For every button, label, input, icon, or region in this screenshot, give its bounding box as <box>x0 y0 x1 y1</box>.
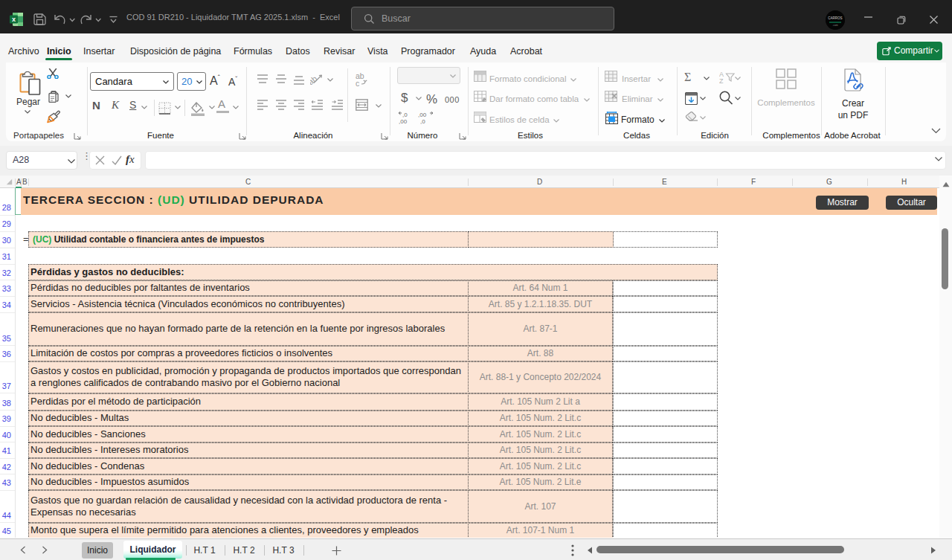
svg-text:,00: ,00 <box>418 112 427 118</box>
svg-text:.com: .com <box>832 24 838 27</box>
svg-text:c: c <box>356 79 359 87</box>
svg-text:Z: Z <box>719 77 724 84</box>
svg-text:,0: ,0 <box>402 112 408 118</box>
svg-text:x: x <box>12 16 16 23</box>
svg-text:,00: ,00 <box>399 118 408 124</box>
svg-text:CARROS: CARROS <box>828 16 842 20</box>
svg-text:,0: ,0 <box>420 118 425 124</box>
